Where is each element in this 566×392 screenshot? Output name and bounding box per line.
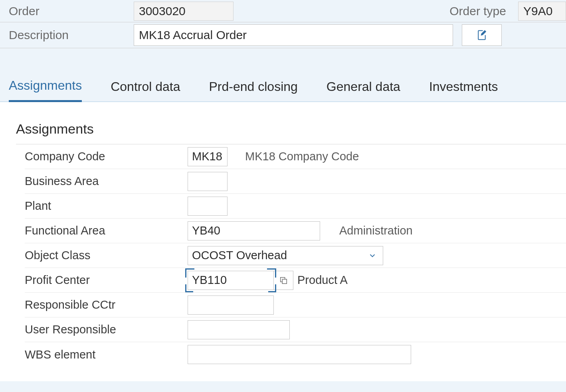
description-label: Description xyxy=(0,28,134,42)
business-area-input[interactable] xyxy=(188,172,228,191)
value-help-icon xyxy=(279,276,288,285)
functional-area-label: Functional Area xyxy=(25,224,188,237)
plant-row: Plant xyxy=(25,194,566,219)
responsible-cctr-row: Responsible CCtr xyxy=(25,293,566,317)
business-area-row: Business Area xyxy=(25,169,566,194)
wbs-element-label: WBS element xyxy=(25,348,188,361)
order-type-label: Order type xyxy=(449,4,518,18)
profit-center-desc: Product A xyxy=(297,274,348,287)
user-responsible-row: User Responsible xyxy=(25,317,566,342)
profit-center-row: Profit Center Product A xyxy=(25,268,566,293)
order-type-value: Y9A0 xyxy=(518,2,566,21)
responsible-cctr-label: Responsible CCtr xyxy=(25,298,188,311)
tab-control-data[interactable]: Control data xyxy=(111,79,180,101)
object-class-input[interactable] xyxy=(188,246,383,265)
description-row: Description xyxy=(0,22,566,48)
svg-rect-1 xyxy=(282,279,287,284)
tab-general-data[interactable]: General data xyxy=(327,79,400,101)
profit-center-focus xyxy=(188,271,274,290)
company-code-desc: MK18 Company Code xyxy=(245,150,359,163)
profit-center-value-help-button[interactable] xyxy=(273,271,293,290)
company-code-label: Company Code xyxy=(25,150,188,163)
assignments-section-title: Assignments xyxy=(16,121,566,137)
functional-area-row: Functional Area Administration xyxy=(25,219,566,243)
plant-label: Plant xyxy=(25,199,188,213)
user-responsible-label: User Responsible xyxy=(25,323,188,336)
edit-button[interactable] xyxy=(462,24,502,46)
wbs-element-input[interactable] xyxy=(188,345,411,364)
tab-assignments[interactable]: Assignments xyxy=(9,78,82,102)
assignments-form: Company Code MK18 Company Code Business … xyxy=(16,144,566,367)
user-responsible-input[interactable] xyxy=(188,320,290,339)
order-label: Order xyxy=(0,4,134,18)
business-area-label: Business Area xyxy=(25,175,188,188)
description-input[interactable] xyxy=(134,24,453,46)
profit-center-label: Profit Center xyxy=(25,274,188,287)
tab-prd-end-closing[interactable]: Prd-end closing xyxy=(209,79,298,101)
order-row: Order 3003020 Order type Y9A0 xyxy=(0,0,566,22)
object-class-select[interactable] xyxy=(188,246,383,265)
profit-center-input[interactable] xyxy=(188,271,274,290)
edit-icon xyxy=(476,29,488,41)
wbs-element-row: WBS element xyxy=(25,342,566,367)
tab-content: Assignments Company Code MK18 Company Co… xyxy=(0,102,566,381)
order-value: 3003020 xyxy=(134,2,234,21)
object-class-label: Object Class xyxy=(25,249,188,262)
tab-strip: Assignments Control data Prd-end closing… xyxy=(0,78,566,102)
responsible-cctr-input[interactable] xyxy=(188,295,274,315)
object-class-row: Object Class xyxy=(25,243,566,268)
company-code-row: Company Code MK18 Company Code xyxy=(25,144,566,169)
plant-input[interactable] xyxy=(188,197,228,216)
functional-area-desc: Administration xyxy=(339,224,413,237)
functional-area-input[interactable] xyxy=(188,221,320,240)
company-code-input[interactable] xyxy=(188,147,228,166)
tab-investments[interactable]: Investments xyxy=(429,79,498,101)
